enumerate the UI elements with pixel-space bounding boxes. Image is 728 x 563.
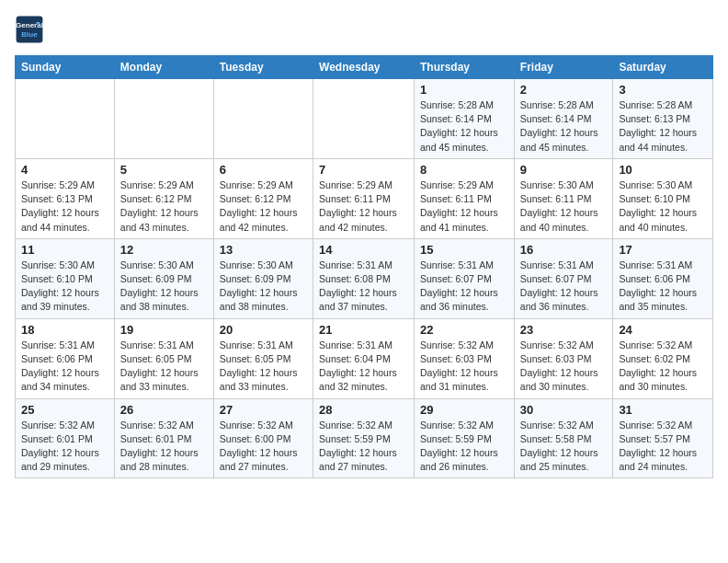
calendar-cell: 5Sunrise: 5:29 AM Sunset: 6:12 PM Daylig… [114, 158, 213, 238]
calendar-cell: 17Sunrise: 5:31 AM Sunset: 6:06 PM Dayli… [613, 238, 713, 318]
calendar-cell: 7Sunrise: 5:29 AM Sunset: 6:11 PM Daylig… [313, 158, 415, 238]
day-number: 22 [420, 323, 508, 337]
day-number: 15 [420, 243, 508, 257]
day-info: Sunrise: 5:32 AM Sunset: 5:57 PM Dayligh… [619, 419, 707, 475]
calendar-cell: 27Sunrise: 5:32 AM Sunset: 6:00 PM Dayli… [213, 398, 313, 478]
weekday-header-friday: Friday [514, 56, 613, 79]
day-number: 5 [120, 163, 208, 177]
calendar-cell: 23Sunrise: 5:32 AM Sunset: 6:03 PM Dayli… [514, 318, 613, 398]
day-info: Sunrise: 5:30 AM Sunset: 6:10 PM Dayligh… [21, 259, 108, 315]
calendar-cell [16, 79, 115, 159]
day-number: 21 [319, 323, 408, 337]
day-info: Sunrise: 5:31 AM Sunset: 6:04 PM Dayligh… [319, 339, 408, 395]
calendar-cell: 12Sunrise: 5:30 AM Sunset: 6:09 PM Dayli… [114, 238, 213, 318]
calendar-cell: 2Sunrise: 5:28 AM Sunset: 6:14 PM Daylig… [514, 79, 613, 159]
day-info: Sunrise: 5:32 AM Sunset: 6:02 PM Dayligh… [619, 339, 707, 395]
weekday-header-thursday: Thursday [415, 56, 515, 79]
weekday-header-tuesday: Tuesday [213, 56, 313, 79]
day-number: 20 [220, 323, 307, 337]
weekday-header-wednesday: Wednesday [313, 56, 415, 79]
day-number: 1 [420, 83, 508, 97]
calendar-cell: 31Sunrise: 5:32 AM Sunset: 5:57 PM Dayli… [613, 398, 713, 478]
day-info: Sunrise: 5:30 AM Sunset: 6:10 PM Dayligh… [619, 178, 707, 235]
calendar-cell: 9Sunrise: 5:30 AM Sunset: 6:11 PM Daylig… [514, 158, 613, 238]
calendar-cell: 29Sunrise: 5:32 AM Sunset: 5:59 PM Dayli… [415, 398, 515, 478]
weekday-header-monday: Monday [114, 56, 213, 79]
calendar-cell: 10Sunrise: 5:30 AM Sunset: 6:10 PM Dayli… [613, 158, 713, 238]
day-number: 14 [319, 243, 408, 257]
day-number: 10 [619, 163, 707, 177]
day-info: Sunrise: 5:31 AM Sunset: 6:06 PM Dayligh… [619, 259, 707, 315]
logo: General Blue [15, 15, 44, 44]
day-number: 3 [619, 83, 707, 97]
calendar-cell: 26Sunrise: 5:32 AM Sunset: 6:01 PM Dayli… [114, 398, 213, 478]
day-number: 8 [420, 163, 508, 177]
day-info: Sunrise: 5:29 AM Sunset: 6:11 PM Dayligh… [420, 178, 508, 235]
calendar-week-4: 18Sunrise: 5:31 AM Sunset: 6:06 PM Dayli… [16, 318, 713, 398]
calendar-table: SundayMondayTuesdayWednesdayThursdayFrid… [15, 55, 713, 478]
day-number: 4 [21, 163, 108, 177]
calendar-cell: 4Sunrise: 5:29 AM Sunset: 6:13 PM Daylig… [16, 158, 115, 238]
calendar-cell: 20Sunrise: 5:31 AM Sunset: 6:05 PM Dayli… [213, 318, 313, 398]
day-info: Sunrise: 5:32 AM Sunset: 5:59 PM Dayligh… [420, 419, 508, 475]
day-info: Sunrise: 5:32 AM Sunset: 5:58 PM Dayligh… [520, 419, 608, 475]
calendar-cell [114, 79, 213, 159]
day-number: 2 [520, 83, 608, 97]
day-info: Sunrise: 5:31 AM Sunset: 6:05 PM Dayligh… [120, 339, 208, 395]
day-number: 24 [619, 323, 707, 337]
day-number: 9 [520, 163, 608, 177]
day-info: Sunrise: 5:32 AM Sunset: 6:03 PM Dayligh… [420, 339, 508, 395]
logo-icon: General Blue [15, 15, 44, 44]
day-info: Sunrise: 5:28 AM Sunset: 6:14 PM Dayligh… [520, 98, 608, 155]
day-info: Sunrise: 5:31 AM Sunset: 6:06 PM Dayligh… [21, 339, 108, 395]
day-info: Sunrise: 5:32 AM Sunset: 5:59 PM Dayligh… [319, 419, 408, 475]
weekday-header-sunday: Sunday [16, 56, 115, 79]
calendar-cell: 18Sunrise: 5:31 AM Sunset: 6:06 PM Dayli… [16, 318, 115, 398]
day-info: Sunrise: 5:31 AM Sunset: 6:07 PM Dayligh… [420, 259, 508, 315]
day-info: Sunrise: 5:31 AM Sunset: 6:07 PM Dayligh… [520, 259, 608, 315]
calendar-cell: 30Sunrise: 5:32 AM Sunset: 5:58 PM Dayli… [514, 398, 613, 478]
day-number: 16 [520, 243, 608, 257]
day-info: Sunrise: 5:29 AM Sunset: 6:12 PM Dayligh… [220, 178, 307, 235]
day-number: 23 [520, 323, 608, 337]
day-number: 13 [220, 243, 307, 257]
calendar-cell: 13Sunrise: 5:30 AM Sunset: 6:09 PM Dayli… [213, 238, 313, 318]
calendar-cell: 3Sunrise: 5:28 AM Sunset: 6:13 PM Daylig… [613, 79, 713, 159]
day-info: Sunrise: 5:32 AM Sunset: 6:00 PM Dayligh… [220, 419, 307, 475]
day-number: 17 [619, 243, 707, 257]
calendar-cell [213, 79, 313, 159]
day-info: Sunrise: 5:30 AM Sunset: 6:09 PM Dayligh… [220, 259, 307, 315]
calendar-cell: 22Sunrise: 5:32 AM Sunset: 6:03 PM Dayli… [415, 318, 515, 398]
calendar-cell: 14Sunrise: 5:31 AM Sunset: 6:08 PM Dayli… [313, 238, 415, 318]
calendar-cell: 16Sunrise: 5:31 AM Sunset: 6:07 PM Dayli… [514, 238, 613, 318]
day-info: Sunrise: 5:32 AM Sunset: 6:03 PM Dayligh… [520, 339, 608, 395]
day-info: Sunrise: 5:32 AM Sunset: 6:01 PM Dayligh… [120, 419, 208, 475]
day-number: 19 [120, 323, 208, 337]
calendar-week-3: 11Sunrise: 5:30 AM Sunset: 6:10 PM Dayli… [16, 238, 713, 318]
page-header: General Blue [15, 15, 713, 44]
calendar-cell: 24Sunrise: 5:32 AM Sunset: 6:02 PM Dayli… [613, 318, 713, 398]
day-info: Sunrise: 5:28 AM Sunset: 6:14 PM Dayligh… [420, 98, 508, 155]
calendar-cell: 8Sunrise: 5:29 AM Sunset: 6:11 PM Daylig… [415, 158, 515, 238]
day-info: Sunrise: 5:32 AM Sunset: 6:01 PM Dayligh… [21, 419, 108, 475]
weekday-header-row: SundayMondayTuesdayWednesdayThursdayFrid… [16, 56, 713, 79]
calendar-cell: 6Sunrise: 5:29 AM Sunset: 6:12 PM Daylig… [213, 158, 313, 238]
day-info: Sunrise: 5:28 AM Sunset: 6:13 PM Dayligh… [619, 98, 707, 155]
day-number: 25 [21, 403, 108, 417]
day-number: 12 [120, 243, 208, 257]
calendar-cell [313, 79, 415, 159]
day-number: 18 [21, 323, 108, 337]
day-number: 27 [220, 403, 307, 417]
day-number: 28 [319, 403, 408, 417]
day-number: 7 [319, 163, 408, 177]
calendar-cell: 11Sunrise: 5:30 AM Sunset: 6:10 PM Dayli… [16, 238, 115, 318]
calendar-week-2: 4Sunrise: 5:29 AM Sunset: 6:13 PM Daylig… [16, 158, 713, 238]
day-info: Sunrise: 5:30 AM Sunset: 6:09 PM Dayligh… [120, 259, 208, 315]
calendar-cell: 15Sunrise: 5:31 AM Sunset: 6:07 PM Dayli… [415, 238, 515, 318]
day-info: Sunrise: 5:31 AM Sunset: 6:05 PM Dayligh… [220, 339, 307, 395]
calendar-cell: 1Sunrise: 5:28 AM Sunset: 6:14 PM Daylig… [415, 79, 515, 159]
day-info: Sunrise: 5:29 AM Sunset: 6:11 PM Dayligh… [319, 178, 408, 235]
day-info: Sunrise: 5:29 AM Sunset: 6:13 PM Dayligh… [21, 178, 108, 235]
calendar-cell: 28Sunrise: 5:32 AM Sunset: 5:59 PM Dayli… [313, 398, 415, 478]
calendar-week-1: 1Sunrise: 5:28 AM Sunset: 6:14 PM Daylig… [16, 79, 713, 159]
